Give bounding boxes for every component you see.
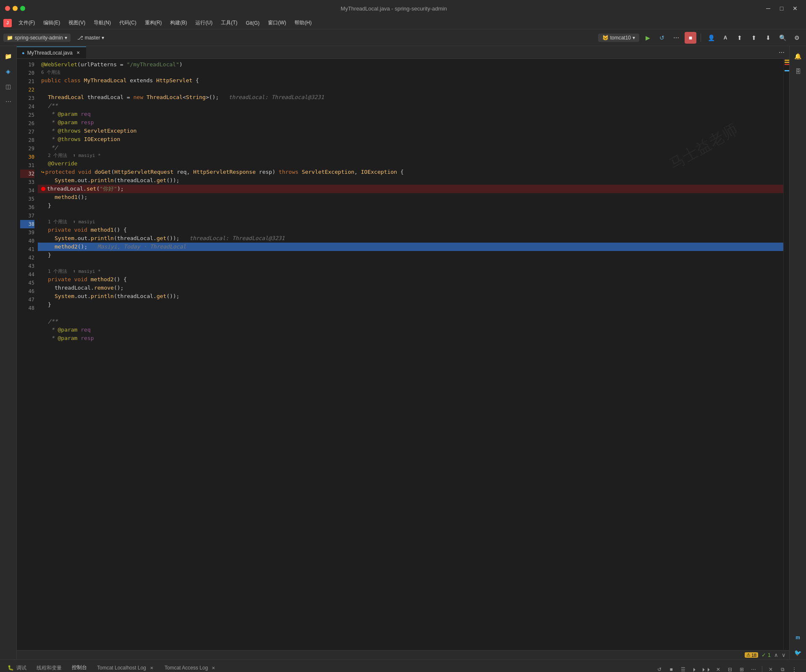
plugins-icon[interactable]: 🐦 bbox=[791, 646, 805, 659]
code-content[interactable]: 马士益老师 @WebServlet(urlPatterns = "/myThre… bbox=[38, 59, 783, 650]
bottom-tab-localhost-log[interactable]: Tomcat Localhost Log ✕ bbox=[93, 661, 159, 672]
close-console-btn[interactable]: ✕ bbox=[766, 664, 776, 672]
code-line-40 bbox=[38, 259, 783, 268]
settings-icon[interactable]: ⚙ bbox=[791, 32, 803, 44]
split-btn[interactable]: ⧉ bbox=[777, 664, 788, 672]
chevron-down-icon: ▾ bbox=[65, 35, 67, 41]
bottom-tab-debug[interactable]: 🐛 调试 bbox=[3, 661, 31, 672]
git-branch-icon: ⎇ bbox=[77, 35, 83, 41]
more-options-btn[interactable]: ⋮ bbox=[789, 664, 799, 672]
menu-git[interactable]: Git(G) bbox=[242, 19, 263, 27]
menu-window[interactable]: 窗口(W) bbox=[265, 18, 289, 27]
warnings-bar: ⚠ 18 ✓ 1 ∧ ∨ bbox=[17, 650, 789, 659]
java-file-icon: ● bbox=[22, 50, 25, 55]
database-icon[interactable]: 🗄 bbox=[791, 65, 805, 78]
search-console-btn[interactable]: ⊞ bbox=[737, 664, 747, 672]
menu-run[interactable]: 运行(U) bbox=[192, 18, 216, 27]
menu-edit[interactable]: 编辑(E) bbox=[40, 18, 63, 27]
menu-bar: J 文件(F) 编辑(E) 视图(V) 导航(N) 代码(C) 重构(R) 构建… bbox=[0, 17, 806, 29]
toolbar-sep bbox=[762, 666, 762, 672]
clear-btn[interactable]: ✕ bbox=[713, 664, 723, 672]
traffic-lights bbox=[5, 6, 25, 11]
code-line-41: private void method2() { bbox=[38, 275, 783, 284]
code-line-29: @Override bbox=[38, 160, 783, 168]
code-line-45 bbox=[38, 309, 783, 317]
warnings-count: 18 bbox=[751, 653, 756, 658]
chevron-up-icon[interactable]: ∧ bbox=[774, 652, 778, 658]
code-line-20: public class MyThreadLocal extends HttpS… bbox=[38, 76, 783, 85]
vcs-icon[interactable]: ◈ bbox=[2, 65, 15, 78]
editor-more-options[interactable]: ⋯ bbox=[776, 47, 788, 58]
window-maximize[interactable]: □ bbox=[776, 3, 788, 14]
menu-help[interactable]: 帮助(H) bbox=[291, 18, 315, 27]
close-button[interactable] bbox=[5, 6, 10, 11]
editor-tab-close[interactable]: ✕ bbox=[75, 50, 81, 56]
menu-navigate[interactable]: 导航(N) bbox=[90, 18, 114, 27]
branch-selector[interactable]: ⎇ master ▾ bbox=[74, 34, 108, 42]
translate-icon[interactable]: A bbox=[719, 32, 731, 44]
access-log-close[interactable]: ✕ bbox=[210, 665, 216, 671]
settings-console-btn[interactable]: ⋯ bbox=[748, 664, 759, 672]
bottom-tab-threads[interactable]: 线程和变量 bbox=[32, 661, 66, 672]
editor-tab-mythreadlocal[interactable]: ● MyThreadLocal.java ✕ bbox=[17, 47, 86, 58]
menu-view[interactable]: 视图(V) bbox=[65, 18, 89, 27]
menu-file[interactable]: 文件(F) bbox=[15, 18, 38, 27]
tomcat-icon: 🐱 bbox=[602, 35, 609, 41]
code-line-32: threadLocal.set("你好"); bbox=[38, 185, 783, 193]
code-line-21 bbox=[38, 85, 783, 93]
run-config-name: tomcat10 bbox=[610, 35, 631, 41]
stop-console-btn[interactable]: ■ bbox=[666, 664, 676, 672]
scroll-end-btn[interactable]: ⏵⏵ bbox=[701, 664, 711, 672]
share-icon[interactable]: ⬆ bbox=[734, 32, 746, 44]
access-log-label: Tomcat Access Log bbox=[165, 665, 208, 671]
ok-badge: ✓ 1 bbox=[761, 652, 771, 658]
chevron-down-icon4[interactable]: ∨ bbox=[782, 652, 786, 658]
pull-icon[interactable]: ⬇ bbox=[762, 32, 774, 44]
code-line-38: method2(); Masiyi, Today · ThreadLocal bbox=[38, 243, 783, 251]
menu-refactor[interactable]: 重构(R) bbox=[142, 18, 165, 27]
notification-icon[interactable]: 🔔 bbox=[791, 50, 805, 63]
window-minimize[interactable]: ─ bbox=[762, 3, 774, 14]
rerun-btn[interactable]: ↺ bbox=[654, 664, 664, 672]
localhost-log-close[interactable]: ✕ bbox=[149, 665, 155, 671]
code-line-46: /** bbox=[38, 317, 783, 326]
error-mark bbox=[785, 64, 789, 65]
stop-button[interactable]: ■ bbox=[685, 32, 696, 44]
maven-icon[interactable]: m bbox=[791, 631, 805, 644]
info-mark bbox=[785, 70, 789, 71]
search-icon[interactable]: 🔍 bbox=[777, 32, 788, 44]
menu-code[interactable]: 代码(C) bbox=[116, 18, 140, 27]
push-icon[interactable]: ⬆ bbox=[748, 32, 760, 44]
account-icon[interactable]: 👤 bbox=[705, 32, 717, 44]
window-close[interactable]: ✕ bbox=[789, 3, 801, 14]
sidebar-right: 🔔 🗄 m 🐦 bbox=[789, 46, 806, 659]
warning-icon: ⚠ bbox=[746, 652, 751, 658]
project-selector[interactable]: 📁 spring-security-admin ▾ bbox=[3, 34, 71, 42]
structure-icon[interactable]: ◫ bbox=[2, 80, 15, 93]
line-numbers: 19 20 21 22 23 24 25 26 27 28 29 30 31 3… bbox=[17, 59, 38, 650]
restore-layout-btn[interactable]: ☰ bbox=[678, 664, 688, 672]
sidebar-left: 📁 ◈ ◫ ⋯ bbox=[0, 46, 17, 659]
fullscreen-button[interactable] bbox=[20, 6, 25, 11]
code-line-39: } bbox=[38, 251, 783, 259]
menu-build[interactable]: 构建(B) bbox=[167, 18, 190, 27]
more-icon[interactable]: ⋯ bbox=[2, 95, 15, 108]
bottom-tab-console[interactable]: 控制台 bbox=[68, 661, 91, 672]
code-editor[interactable]: 19 20 21 22 23 24 25 26 27 28 29 30 31 3… bbox=[17, 59, 789, 650]
project-tree-icon[interactable]: 📁 bbox=[2, 50, 15, 63]
usage-hint-29: 2 个用法 ⬆ masiyi * bbox=[38, 152, 783, 160]
code-line-47: * @param req bbox=[38, 326, 783, 334]
editor-scrollbar[interactable] bbox=[783, 59, 789, 650]
more-run-options[interactable]: ⋯ bbox=[670, 32, 682, 44]
code-line-24: * @param req bbox=[38, 110, 783, 118]
pin-btn[interactable]: ⏵ bbox=[690, 664, 700, 672]
run-button[interactable]: ▶ bbox=[642, 32, 654, 44]
reload-button[interactable]: ↺ bbox=[656, 32, 668, 44]
warnings-badge[interactable]: ⚠ 18 bbox=[745, 652, 758, 658]
code-line-22: ThreadLocal threadLocal = new ThreadLoca… bbox=[38, 93, 783, 102]
filter-btn[interactable]: ⊟ bbox=[725, 664, 735, 672]
minimize-button[interactable] bbox=[13, 6, 18, 11]
menu-tools[interactable]: 工具(T) bbox=[218, 18, 241, 27]
run-configuration[interactable]: 🐱 tomcat10 ▾ bbox=[598, 34, 639, 42]
bottom-tab-access-log[interactable]: Tomcat Access Log ✕ bbox=[160, 661, 221, 672]
